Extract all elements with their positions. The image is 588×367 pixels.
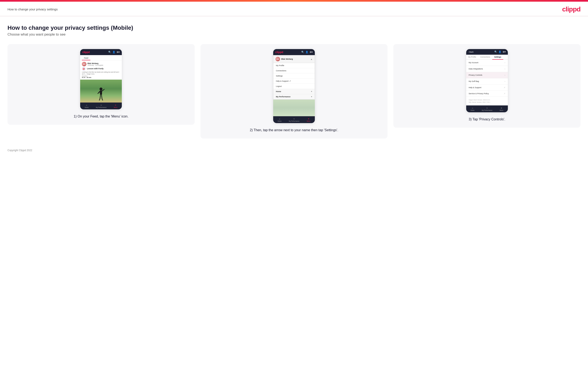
s2-user-row[interactable]: BM Blair McHarg ▲ [273,55,315,63]
s1-menu-label: Menu [114,107,117,108]
header-title: How to change your privacy settings [8,8,58,11]
steps-container: clippd 🔍 👤 ⊕▾ Feed BM [8,44,580,139]
s2-home-arrow-icon: ▾ [311,91,312,92]
s1-menu-icon: ≡ [115,104,116,106]
s2-menu-label: Menu [307,120,311,122]
phone-mockup-2: clippd 🔍 👤 ⊕▾ BM Blair McHarg [273,49,315,123]
s3-item-service-privacy[interactable]: Service & Privacy Policy ↗ [466,91,508,97]
s3-data-integrations-chevron: › [504,68,505,70]
s3-service-privacy-ext-icon: ↗ [504,92,505,95]
page-subheading: Choose what you want people to see [8,33,580,37]
s2-settings[interactable]: Settings [273,73,315,79]
s3-nav-menu[interactable]: ≡ Menu [500,107,503,111]
main-content: How to change your privacy settings (Mob… [0,16,588,145]
s2-logout-label: Logout [276,85,282,87]
s2-bottom-nav: ⌂ Home ≈ My Performance ✕ Menu [273,116,315,123]
s3-server-version: GQL Server Version: 2022.7.30-1 [469,101,505,103]
s1-logo: clippd [82,50,89,54]
s2-dropdown: BM Blair McHarg ▲ My Profile Connections [273,55,315,100]
s3-tabs: My Profile Connections Settings [466,55,508,60]
svg-point-0 [100,88,103,91]
s2-navbar: clippd 🔍 👤 ⊕▾ [273,49,315,55]
s1-settings-icon[interactable]: ⊕▾ [117,51,120,53]
s1-nav-menu[interactable]: ≡ Menu [114,104,117,108]
svg-line-6 [101,95,102,99]
s1-duration-value: 01 hr : 30 min [82,77,120,78]
s2-search-icon[interactable]: 🔍 [301,51,304,53]
s3-item-my-golf-bag[interactable]: My Golf Bag › [466,78,508,85]
s3-tab-connections[interactable]: Connections [478,55,492,59]
s3-back-button[interactable]: ‹ Back [468,51,474,53]
logo: clippd [562,5,580,13]
s3-privacy-controls-chevron: › [504,74,505,76]
s2-my-profile[interactable]: My Profile [273,63,315,68]
s1-post: BM Blair McHarg Yesterday · Sunningdale … [80,60,122,80]
step-2-card: clippd 🔍 👤 ⊕▾ BM Blair McHarg [200,44,388,139]
s3-item-data-integrations[interactable]: Data Integrations › [466,66,508,72]
s2-close-icon: ✕ [308,118,309,120]
s2-nav-performance[interactable]: ≈ My Performance [289,118,299,122]
s2-help-support[interactable]: Help & Support ↗ [273,79,315,84]
s1-post-sub: Yesterday · Sunningdale [87,65,103,66]
s2-logo: clippd [275,50,283,54]
s2-settings-label: Settings [276,75,283,77]
s3-tab-profile[interactable]: My Profile [466,55,478,59]
s2-nav-close[interactable]: ✕ Menu [307,118,311,122]
top-accent-bar [0,0,588,2]
s2-my-profile-label: My Profile [276,65,284,67]
s3-nav-performance[interactable]: ≈ My Performance [482,107,493,111]
s3-item-help-support[interactable]: Help & Support ↗ [466,85,508,91]
s3-performance-icon: ≈ [487,107,488,109]
s2-profile-icon[interactable]: 👤 [305,51,308,53]
step-3-caption: 3) Tap 'Privacy Controls'. [469,117,505,122]
s3-bottom-nav: ⌂ Home ≈ My Performance ≡ Menu [466,105,508,112]
s2-connections-label: Connections [276,70,286,72]
s3-settings-icon[interactable]: ⊕▾ [503,50,506,53]
s1-lesson-title: Lesson with Fordy [87,67,104,70]
s1-performance-icon: ≈ [101,104,102,106]
s2-home-icon: ⌂ [279,118,280,120]
s2-home-section[interactable]: Home ▾ [273,89,315,94]
s2-avatar: BM [276,57,280,61]
s2-nav-home[interactable]: ⌂ Home [277,118,282,122]
s1-golfer-svg [97,87,105,101]
s3-search-icon[interactable]: 🔍 [494,50,497,53]
s1-navbar: clippd 🔍 👤 ⊕▾ [80,49,122,55]
s3-performance-label: My Performance [482,109,493,111]
s3-privacy-controls-label: Privacy Controls [469,74,483,76]
s2-collapse-icon[interactable]: ▲ [311,58,312,60]
s3-my-golf-bag-label: My Golf Bag [469,80,479,82]
s3-menu-icon: ≡ [501,107,502,109]
s3-help-support-ext-icon: ↗ [504,86,505,89]
s2-performance-section[interactable]: My Performance ▾ [273,94,315,99]
s1-profile-icon[interactable]: 👤 [112,51,115,53]
s1-performance-label: My Performance [96,107,106,108]
svg-line-7 [99,99,100,100]
s1-nav-performance[interactable]: ≈ My Performance [96,104,106,108]
s2-performance-icon: ≈ [294,118,295,120]
s1-golf-image [80,80,122,102]
step-3-card: ‹ Back 🔍 👤 ⊕▾ My Profile Connections Set… [393,44,580,128]
s3-home-label: Home [471,109,475,111]
step-1-caption: 1) On your Feed, tap the 'Menu' icon. [74,114,129,119]
s1-feed-tab[interactable]: Feed [82,56,90,60]
s2-settings-icon[interactable]: ⊕▾ [310,51,313,53]
s2-logout[interactable]: Logout [273,84,315,89]
header: How to change your privacy settings clip… [0,2,588,16]
s3-item-privacy-controls[interactable]: Privacy Controls › [466,72,508,78]
s1-lesson-icon: 🎯 [82,67,86,71]
s1-search-icon[interactable]: 🔍 [108,51,111,53]
s1-duration-label: Duration [82,75,120,77]
s3-home-icon: ⌂ [472,107,473,109]
s1-nav-home[interactable]: ⌂ Home [85,104,89,108]
s3-profile-icon[interactable]: 👤 [499,50,502,53]
s2-performance-arrow-icon: ▾ [311,96,312,98]
s2-connections[interactable]: Connections [273,68,315,73]
s3-tab-settings[interactable]: Settings [492,55,503,60]
s2-home-label: Home [277,120,282,122]
page-heading: How to change your privacy settings (Mob… [8,25,580,31]
copyright-text: Copyright Clippd 2022 [8,149,32,152]
s3-nav-home[interactable]: ⌂ Home [471,107,475,111]
s3-item-my-account[interactable]: My Account › [466,60,508,66]
s3-service-privacy-label: Service & Privacy Policy [469,92,489,95]
